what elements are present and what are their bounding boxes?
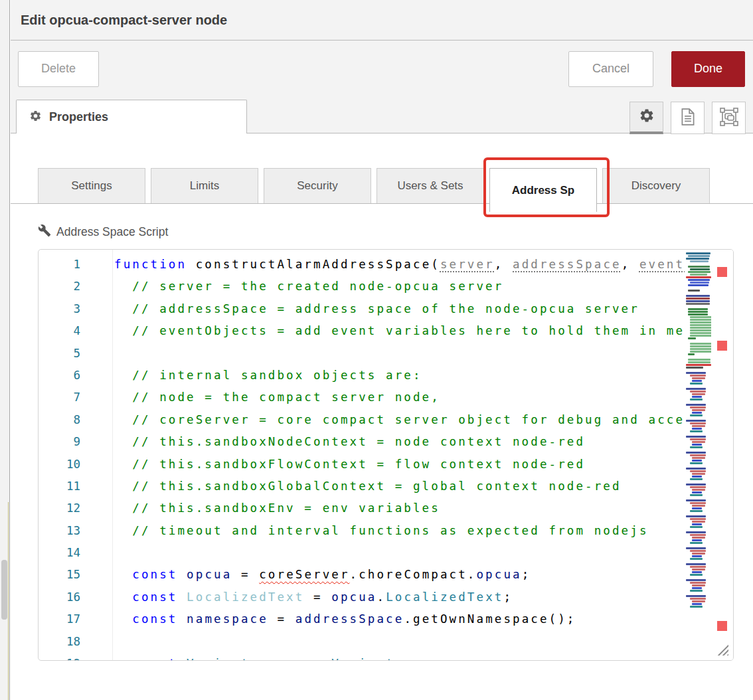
code-line[interactable]: 2 // server = the created node-opcua ser… <box>39 276 733 298</box>
done-button[interactable]: Done <box>671 51 745 87</box>
code-line[interactable]: 8 // coreServer = core compact server ob… <box>39 409 733 431</box>
server-settings-tabs: SettingsLimitsSecurityUsers & SetsAddres… <box>11 168 753 204</box>
line-number: 11 <box>39 476 112 497</box>
editor-tab-buttons <box>629 102 746 134</box>
toolbar-right-group: Cancel Done <box>568 51 745 87</box>
tab-limits[interactable]: Limits <box>151 168 258 204</box>
overview-ruler[interactable] <box>711 250 733 660</box>
code-line[interactable]: 14 <box>39 542 733 564</box>
tab-discovery[interactable]: Discovery <box>602 168 710 204</box>
tab-properties-label: Properties <box>49 110 108 124</box>
line-number: 18 <box>39 631 112 653</box>
document-icon <box>679 108 697 129</box>
tab-security[interactable]: Security <box>264 168 371 204</box>
tab-properties[interactable]: Properties <box>16 100 247 133</box>
line-number: 6 <box>39 365 112 387</box>
gear-icon <box>29 110 42 125</box>
address-space-script-label-row: Address Space Script <box>38 224 753 240</box>
line-number: 1 <box>39 254 112 276</box>
code-line[interactable]: 18 <box>39 631 733 653</box>
properties-content: SettingsLimitsSecurityUsers & SetsAddres… <box>11 134 753 700</box>
line-number: 17 <box>39 608 112 630</box>
node-red-edit-dialog: Edit opcua-compact-server node Delete Ca… <box>0 0 753 700</box>
edit-node-tray: Edit opcua-compact-server node Delete Ca… <box>11 0 753 700</box>
line-number: 2 <box>39 276 112 298</box>
code-line[interactable]: 11 // this.sandboxGlobalContext = global… <box>39 476 733 497</box>
node-appearance-icon <box>719 107 739 130</box>
gutter-separator <box>112 250 113 660</box>
page-scrollbar-track <box>0 0 10 700</box>
editor-tabs-bar: Properties <box>11 97 753 133</box>
line-number: 14 <box>39 542 112 564</box>
error-marker <box>717 621 727 631</box>
code-line[interactable]: 13 // timeout and interval functions as … <box>39 520 733 542</box>
line-number: 13 <box>39 520 112 542</box>
code-line[interactable]: 9 // this.sandboxNodeContext = node cont… <box>39 431 733 453</box>
tab-address-sp[interactable]: Address Sp <box>489 168 597 212</box>
code-line[interactable]: 10 // this.sandboxFlowContext = flow con… <box>39 454 733 476</box>
code-line[interactable]: 17 const namespace = addressSpace.getOwn… <box>39 608 733 630</box>
error-marker <box>717 267 727 277</box>
code-line[interactable]: 1function constructAlarmAddressSpace(ser… <box>39 254 733 276</box>
line-number: 15 <box>39 564 112 586</box>
code-line[interactable]: 12 // this.sandboxEnv = env variables <box>39 497 733 519</box>
description-doc-button[interactable] <box>671 102 705 134</box>
line-number: 16 <box>39 586 112 608</box>
line-number: 7 <box>39 387 112 408</box>
delete-button[interactable]: Delete <box>18 51 99 87</box>
code-line[interactable]: 16 const LocalizedText = opcua.Localized… <box>39 586 733 608</box>
tray-toolbar: Delete Cancel Done <box>11 41 753 97</box>
line-number: 10 <box>39 454 112 476</box>
code-line[interactable]: 5 <box>39 343 733 365</box>
line-number: 9 <box>39 431 112 453</box>
code-area[interactable]: 1function constructAlarmAddressSpace(ser… <box>39 250 733 660</box>
line-number: 4 <box>39 320 112 342</box>
tab-users-sets[interactable]: Users & Sets <box>376 168 484 204</box>
code-line[interactable]: 15 const opcua = coreServer.choreCompact… <box>39 564 733 586</box>
code-line[interactable]: 4 // eventObjects = add event variables … <box>39 320 733 342</box>
minimap[interactable] <box>685 250 711 619</box>
workspace-edge-line <box>8 502 9 700</box>
page-scrollbar-thumb[interactable] <box>1 560 7 620</box>
line-number: 8 <box>39 409 112 431</box>
section-label: Address Space Script <box>56 225 168 239</box>
cancel-button[interactable]: Cancel <box>568 51 653 87</box>
line-number: 5 <box>39 343 112 365</box>
code-line[interactable]: 3 // addressSpace = address space of the… <box>39 298 733 320</box>
properties-gear-button[interactable] <box>629 102 663 134</box>
minimap-wrap <box>685 250 733 660</box>
error-marker <box>717 341 727 351</box>
code-line[interactable]: 6 // internal sandbox objects are: <box>39 365 733 387</box>
code-line[interactable]: 7 // node = the compact server node, <box>39 387 733 408</box>
line-number: 12 <box>39 497 112 519</box>
gear-icon <box>639 108 655 126</box>
appearance-button[interactable] <box>712 102 746 134</box>
tray-header: Edit opcua-compact-server node <box>11 0 753 41</box>
wrench-icon <box>38 224 51 240</box>
code-line[interactable]: 19 const Variant = opcua.Variant; <box>39 653 733 661</box>
dialog-title: Edit opcua-compact-server node <box>21 13 227 28</box>
line-number: 3 <box>39 298 112 320</box>
code-editor[interactable]: 1function constructAlarmAddressSpace(ser… <box>38 249 734 661</box>
tab-settings[interactable]: Settings <box>38 168 145 204</box>
line-number: 19 <box>39 653 112 661</box>
